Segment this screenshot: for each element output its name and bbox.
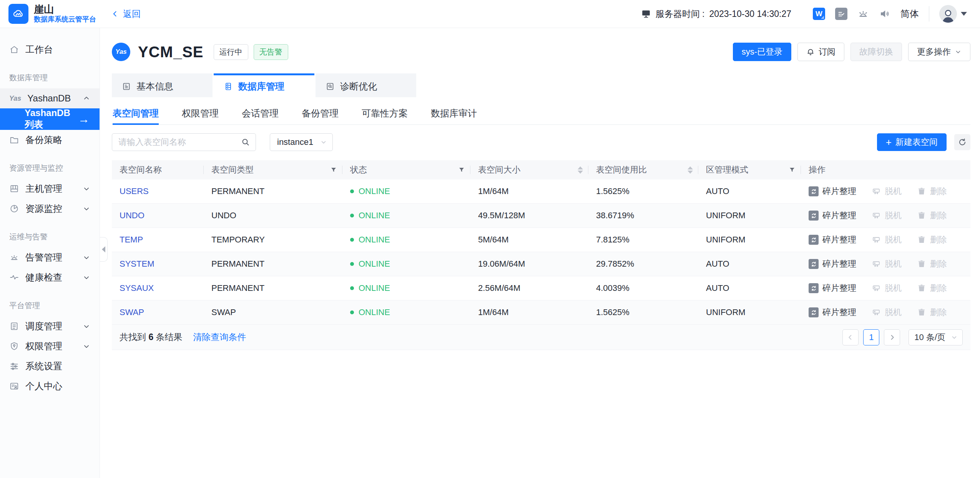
defrag-button[interactable]: 碎片整理 (809, 234, 856, 246)
refresh-button[interactable] (954, 134, 970, 150)
sidebar-item-yashandb-list[interactable]: YashanDB列表 → (0, 108, 100, 130)
extent-mode: UNIFORM (706, 307, 746, 317)
delete-button[interactable]: 删除 (917, 186, 947, 197)
more-actions-button[interactable]: 更多操作 (908, 43, 970, 61)
sidebar-item-workbench[interactable]: 工作台 (0, 40, 100, 60)
tab-diagnostics[interactable]: 诊断优化 (316, 73, 416, 97)
page-size-select[interactable]: 10 条/页 (909, 329, 963, 345)
filter-icon[interactable] (458, 166, 465, 173)
siren-icon (9, 252, 19, 262)
tab-basic-info[interactable]: 基本信息 (112, 73, 213, 97)
offline-button[interactable]: 脱机 (872, 234, 902, 246)
language-toggle[interactable]: 简体 (900, 8, 919, 20)
offline-button[interactable]: 脱机 (872, 258, 902, 270)
sidebar-item-alert-management[interactable]: 告警管理 (0, 247, 100, 267)
subtab-reliability[interactable]: 可靠性方案 (362, 107, 408, 124)
collapse-arrow-icon (102, 246, 105, 252)
page-size-value: 10 条/页 (914, 332, 945, 343)
sidebar-item-label: 备份策略 (25, 134, 62, 146)
alarm-icon[interactable] (857, 8, 869, 20)
col-actions: 操作 (801, 165, 970, 175)
defrag-button[interactable]: 碎片整理 (809, 282, 856, 294)
subtab-audit[interactable]: 数据库审计 (431, 107, 477, 124)
clear-query-link[interactable]: 清除查询条件 (193, 331, 246, 343)
back-label: 返回 (123, 8, 141, 20)
tablespace-size: 1M/64M (478, 307, 508, 317)
prev-page-button[interactable] (842, 329, 859, 345)
login-status-button[interactable]: sys-已登录 (733, 43, 791, 61)
delete-button[interactable]: 删除 (917, 307, 947, 318)
sidebar-item-host-management[interactable]: 主机管理 (0, 179, 100, 199)
sidebar-section-resources: 资源管理与监控 (0, 163, 100, 173)
delete-button[interactable]: 删除 (917, 282, 947, 294)
checklist-icon[interactable] (835, 8, 847, 20)
sidebar-item-yashandb[interactable]: Yas YashanDB (0, 88, 100, 108)
subscribe-button[interactable]: 订阅 (797, 43, 844, 61)
sidebar-item-personal-center[interactable]: 个人中心 (0, 376, 100, 396)
subtab-backup[interactable]: 备份管理 (302, 107, 339, 124)
next-page-button[interactable] (884, 329, 900, 345)
create-tablespace-button[interactable]: + 新建表空间 (877, 133, 947, 151)
speaker-icon[interactable] (879, 8, 890, 20)
chevron-down-icon (83, 322, 90, 330)
status-text: ONLINE (359, 235, 390, 245)
subtab-permissions[interactable]: 权限管理 (182, 107, 219, 124)
extent-mode: UNIFORM (706, 211, 746, 221)
trash-icon (917, 235, 926, 244)
subtab-sessions[interactable]: 会话管理 (242, 107, 279, 124)
table-row: TEMP TEMPORARY ONLINE 5M/64M 7.8125% UNI… (112, 228, 970, 252)
subtab-tablespace[interactable]: 表空间管理 (113, 107, 159, 124)
filter-icon[interactable] (789, 166, 796, 173)
sidebar-item-health-check[interactable]: 健康检查 (0, 267, 100, 287)
offline-button[interactable]: 脱机 (872, 186, 902, 197)
sidebar-collapse-handle[interactable] (100, 237, 108, 262)
tablespace-usage: 29.7852% (596, 259, 634, 269)
back-button[interactable]: 返回 (111, 8, 141, 20)
delete-button[interactable]: 删除 (917, 258, 947, 270)
defrag-icon (809, 186, 819, 196)
tablespace-name-link[interactable]: UNDO (120, 211, 145, 221)
tab-database-management[interactable]: 数据库管理 (214, 73, 314, 97)
sort-icon[interactable] (688, 166, 693, 174)
delete-button[interactable]: 删除 (917, 234, 947, 246)
offline-button[interactable]: 脱机 (872, 282, 902, 294)
search-input[interactable] (118, 137, 241, 147)
sidebar-item-resource-monitor[interactable]: 资源监控 (0, 199, 100, 219)
delete-label: 删除 (930, 234, 947, 246)
sidebar-item-system-settings[interactable]: 系统设置 (0, 356, 100, 376)
tablespace-name-link[interactable]: SYSAUX (120, 283, 154, 293)
tablespace-name-link[interactable]: SYSTEM (120, 259, 154, 269)
tablespace-name-link[interactable]: TEMP (120, 235, 143, 245)
col-usage: 表空间使用比 (588, 165, 698, 175)
search-icon[interactable] (241, 138, 250, 147)
word-report-icon[interactable]: W (813, 8, 825, 20)
sidebar-item-backup-policy[interactable]: 备份策略 (0, 130, 100, 150)
defrag-button[interactable]: 碎片整理 (809, 307, 856, 318)
login-status-label: sys-已登录 (742, 46, 782, 58)
sort-icon[interactable] (578, 166, 583, 174)
defrag-button[interactable]: 碎片整理 (809, 210, 856, 221)
delete-button[interactable]: 删除 (917, 210, 947, 221)
sidebar-item-permission-management[interactable]: 权限管理 (0, 336, 100, 356)
tablespace-size: 2.56M/64M (478, 283, 520, 293)
instance-select[interactable]: instance1 (270, 133, 333, 151)
subtab-bar: 表空间管理 权限管理 会话管理 备份管理 可靠性方案 数据库审计 (112, 97, 970, 125)
filter-icon[interactable] (330, 166, 337, 173)
failover-button[interactable]: 故障切换 (850, 43, 902, 61)
col-name: 表空间名称 (112, 165, 204, 175)
offline-icon (872, 284, 881, 293)
sidebar-item-schedule-management[interactable]: 调度管理 (0, 316, 100, 336)
sidebar-item-label: YashanDB (27, 93, 71, 104)
user-menu[interactable] (939, 5, 967, 23)
defrag-button[interactable]: 碎片整理 (809, 258, 856, 270)
defrag-button[interactable]: 碎片整理 (809, 186, 856, 197)
page-title: YCM_SE (138, 43, 204, 61)
offline-button[interactable]: 脱机 (872, 307, 902, 318)
sliders-icon (9, 361, 19, 371)
page-number-button[interactable]: 1 (863, 329, 879, 345)
tablespace-name-link[interactable]: SWAP (120, 307, 144, 317)
offline-button[interactable]: 脱机 (872, 210, 902, 221)
tablespace-name-link[interactable]: USERS (120, 186, 149, 196)
tablespace-type: TEMPORARY (211, 235, 265, 245)
more-actions-label: 更多操作 (917, 46, 951, 58)
